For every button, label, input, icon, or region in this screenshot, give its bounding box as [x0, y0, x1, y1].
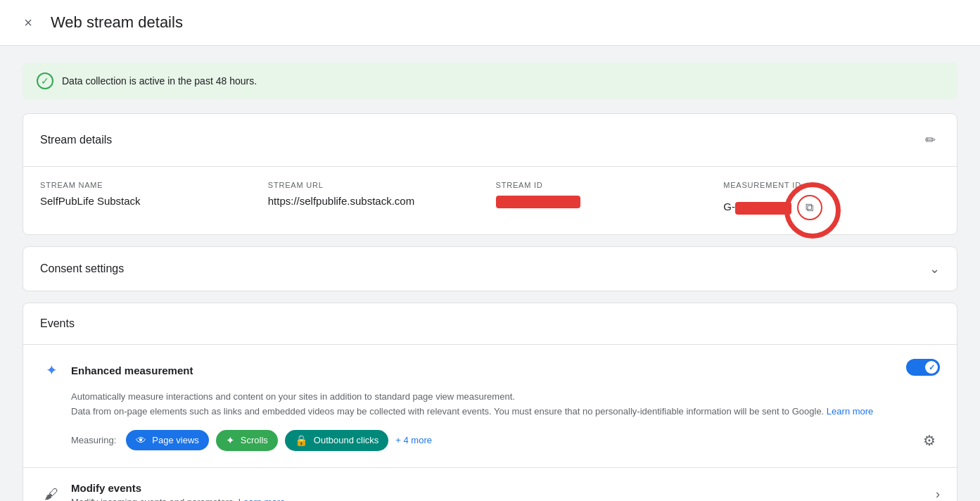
alert-text: Data collection is active in the past 48…: [62, 75, 257, 87]
stream-id-redacted: [496, 196, 580, 208]
stream-id-value: [496, 195, 713, 208]
learn-more-label: Learn more: [827, 406, 873, 417]
stream-name-label: STREAM NAME: [40, 181, 257, 189]
stream-name-value: SelfPubLife Substack: [40, 195, 257, 207]
em-description-line2: Data from on-page elements such as links…: [71, 406, 824, 417]
scrolls-icon: ✦: [226, 434, 235, 447]
measurement-id-value: G-: [723, 201, 791, 214]
em-learn-more-link[interactable]: Learn more: [827, 406, 873, 417]
chip-scrolls-label: Scrolls: [241, 435, 268, 445]
enhanced-measurement-section: ✦ Enhanced measurement Automatically mea…: [23, 345, 957, 468]
measuring-label: Measuring:: [71, 435, 116, 445]
modify-events-title: Modify events: [71, 482, 927, 494]
stream-details-grid: STREAM NAME SelfPubLife Substack STREAM …: [23, 167, 957, 234]
stream-details-header: Stream details ✏: [23, 114, 957, 167]
modify-events-section[interactable]: 🖌 Modify events Modify incoming events a…: [23, 468, 957, 501]
stream-details-title: Stream details: [40, 134, 112, 146]
events-title: Events: [40, 317, 75, 329]
measurement-id-row: G- ⧉: [723, 195, 940, 220]
em-title: Enhanced measurement: [71, 364, 193, 376]
consent-settings-title: Consent settings: [40, 262, 124, 275]
stream-url-label: STREAM URL: [268, 181, 485, 189]
consent-settings-card: Consent settings ⌄: [23, 246, 957, 291]
modify-events-learn-more-link[interactable]: Learn more: [238, 497, 285, 501]
copy-icon: ⧉: [806, 201, 813, 214]
eye-icon: 👁: [136, 434, 146, 446]
stream-url-field: STREAM URL https://selfpublife.substack.…: [268, 181, 485, 220]
stream-url-value: https://selfpublife.substack.com: [268, 195, 485, 207]
sparkle-icon: ✦: [40, 359, 63, 381]
measurement-id-redacted: [735, 202, 791, 215]
toggle-knob: [925, 361, 938, 374]
check-circle-icon: ✓: [37, 72, 53, 89]
enhanced-measurement-toggle[interactable]: [906, 359, 940, 376]
chip-outbound-clicks-label: Outbound clicks: [314, 435, 379, 445]
chip-scrolls[interactable]: ✦ Scrolls: [216, 430, 278, 451]
modify-events-desc: Modify incoming events and parameters. L…: [71, 497, 927, 501]
close-icon: ×: [24, 15, 32, 31]
events-section: Events ✦ Enhanced measurement Automatica…: [23, 303, 957, 501]
modify-events-icon: 🖌: [40, 483, 63, 501]
lock-icon: 🔒: [295, 434, 308, 447]
stream-details-card: Stream details ✏ STREAM NAME SelfPubLife…: [23, 113, 957, 235]
stream-id-field: STREAM ID: [496, 181, 713, 220]
chip-page-views[interactable]: 👁 Page views: [126, 430, 208, 450]
page-header: × Web stream details: [0, 0, 980, 46]
em-description-line1: Automatically measure interactions and c…: [71, 391, 515, 402]
em-header: ✦ Enhanced measurement: [40, 359, 193, 381]
stream-id-label: STREAM ID: [496, 181, 713, 189]
measurement-id-field: MEASUREMENT ID G- ⧉: [723, 181, 940, 220]
events-header: Events: [23, 303, 957, 345]
chip-outbound-clicks[interactable]: 🔒 Outbound clicks: [285, 430, 389, 451]
page-title: Web stream details: [51, 13, 183, 32]
edit-icon[interactable]: ✏: [921, 128, 940, 152]
measuring-row: Measuring: 👁 Page views ✦ Scrolls 🔒 Outb…: [71, 428, 940, 453]
more-chips-link[interactable]: + 4 more: [395, 435, 432, 445]
copy-measurement-id-button[interactable]: ⧉: [797, 195, 822, 220]
gear-icon[interactable]: ⚙: [919, 428, 940, 453]
modify-events-content: Modify events Modify incoming events and…: [71, 482, 927, 501]
copy-btn-wrapper: ⧉: [797, 195, 822, 220]
alert-banner: ✓ Data collection is active in the past …: [23, 63, 957, 99]
em-description: Automatically measure interactions and c…: [71, 390, 940, 419]
modify-events-learn-more-label: Learn more: [238, 497, 285, 501]
main-content: ✓ Data collection is active in the past …: [0, 46, 980, 501]
chevron-down-icon: ⌄: [929, 261, 940, 277]
consent-settings-header[interactable]: Consent settings ⌄: [23, 247, 957, 291]
stream-name-field: STREAM NAME SelfPubLife Substack: [40, 181, 257, 220]
em-header-row: ✦ Enhanced measurement: [40, 359, 940, 390]
modify-events-description-text: Modify incoming events and parameters.: [71, 497, 236, 501]
close-button[interactable]: ×: [17, 11, 39, 34]
measurement-id-label: MEASUREMENT ID: [723, 181, 940, 189]
chip-page-views-label: Page views: [152, 435, 198, 445]
chevron-right-icon: ›: [936, 487, 940, 501]
